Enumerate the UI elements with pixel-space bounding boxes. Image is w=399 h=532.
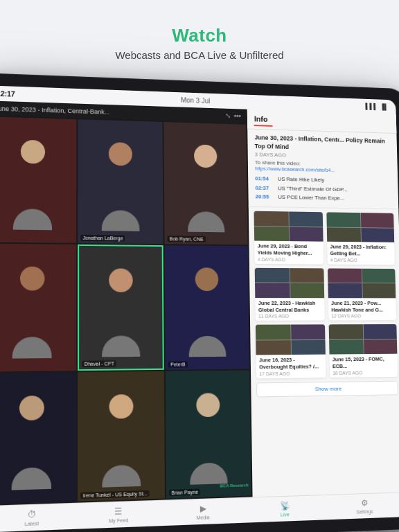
video-cell-9: Brian Payne BCA Research — [166, 371, 251, 499]
thumb-date-3: 11 DAYS AGO — [258, 314, 322, 319]
tab-media-label: Media — [196, 515, 209, 520]
thumb-cell — [256, 283, 290, 298]
thumb-info-2: June 29, 2023 - Inflation: Getting Bet..… — [327, 242, 395, 265]
thumb-title-6: June 15, 2023 - FOMC, ECB... — [332, 356, 396, 370]
latest-icon: ⏱ — [27, 509, 36, 520]
thumb-img-5 — [256, 325, 326, 355]
ts-label-2: US "Third" Estimate Of GDP... — [278, 185, 348, 193]
thumb-cell — [327, 227, 361, 242]
video-cell-4 — [0, 244, 76, 372]
thumb-img-4 — [328, 268, 396, 298]
ts-label-1: US Rate Hike Likely — [278, 176, 325, 184]
thumb-cell — [329, 325, 363, 339]
tablet-content: June 30, 2023 - Inflation, Central-Bank.… — [0, 100, 399, 506]
status-date: Mon 3 Jul — [181, 96, 210, 105]
video-cell-8: Irene Tunkel - US Equity St... — [78, 371, 165, 502]
video-cell-5: Dhaval - CPT — [78, 245, 164, 371]
video-cell-7 — [0, 372, 76, 504]
ts-row-3: 20:55 US PCE Lower Than Expe... — [256, 193, 392, 203]
thumb-img-1 — [254, 211, 323, 242]
thumb-title-1: June 29, 2023 - Bond Yields Moving Highe… — [258, 243, 321, 257]
thumb-cell — [256, 325, 290, 340]
header-section: Watch Webcasts and BCA Live & Unfiltered — [0, 0, 399, 73]
thumb-img-6 — [329, 324, 397, 355]
tab-media[interactable]: ▶ Media — [161, 502, 244, 522]
thumb-cell — [328, 268, 362, 283]
thumb-cell — [290, 283, 324, 298]
thumb-cell — [363, 324, 396, 339]
tab-myfeed-label: My Feed — [109, 517, 128, 523]
thumb-cell — [362, 283, 396, 298]
thumb-cell — [361, 228, 394, 242]
info-timestamps: 01:54 US Rate Hike Likely 02:37 US "Thir… — [255, 175, 392, 203]
thumb-cell — [289, 212, 323, 227]
tab-live[interactable]: 📡 Live — [244, 499, 325, 518]
thumb-cell — [291, 325, 326, 339]
thumb-title-2: June 29, 2023 - Inflation: Getting Bet..… — [330, 244, 392, 258]
tab-live-label: Live — [281, 512, 290, 517]
thumb-cell — [290, 227, 323, 242]
thumb-date-5: 17 DAYS AGO — [259, 371, 323, 376]
thumb-title-4: June 21, 2023 - Pow... Hawkish Tone and … — [331, 300, 393, 313]
video-cell-3: Bob Ryan, CNE — [164, 122, 248, 245]
cell-label-5: Dhaval - CPT — [82, 360, 116, 367]
cell-label-2: Jonathan LaBerge — [80, 235, 125, 242]
status-icons: ▌▌▌ ▐▌ — [365, 103, 388, 109]
cell-label-3: Bob Ryan, CNE — [168, 236, 206, 242]
tablet-shell: 12:17 Mon 3 Jul ▌▌▌ ▐▌ June 30, 2023 - I… — [0, 73, 399, 532]
thumb-card-2[interactable]: June 29, 2023 - Inflation: Getting Bet..… — [327, 213, 395, 265]
tab-latest-label: Latest — [25, 521, 39, 526]
myfeed-icon: ☰ — [114, 506, 122, 517]
ts-time-1[interactable]: 01:54 — [255, 175, 274, 181]
thumb-date-2: 4 DAYS AGO — [330, 258, 393, 263]
ts-time-3[interactable]: 20:55 — [256, 193, 274, 200]
thumb-cell — [329, 339, 363, 354]
thumb-img-2 — [327, 213, 395, 242]
status-time: 12:17 — [0, 89, 15, 98]
video-cell-6: PeterB — [165, 245, 250, 370]
thumb-img-3 — [255, 268, 324, 298]
more-icon[interactable]: ••• — [234, 112, 241, 120]
thumb-cell — [364, 339, 398, 354]
thumb-card-4[interactable]: June 21, 2023 - Pow... Hawkish Tone and … — [328, 268, 396, 321]
thumb-date-6: 18 DAYS AGO — [332, 370, 395, 375]
tab-myfeed[interactable]: ☰ My Feed — [76, 505, 161, 524]
info-episode-title: June 30, 2023 - Inflation, Centr... Poli… — [254, 134, 391, 154]
live-icon: 📡 — [280, 501, 290, 511]
video-grid: Jonathan LaBerge Bob Ryan, CNE — [0, 115, 253, 506]
thumb-info-5: June 16, 2023 - Overbought Equities? /..… — [256, 355, 326, 378]
fullscreen-icon[interactable]: ⤡ — [225, 112, 231, 120]
tablet-wrapper: 12:17 Mon 3 Jul ▌▌▌ ▐▌ June 30, 2023 - I… — [0, 73, 399, 532]
settings-icon: ⚙ — [361, 498, 369, 508]
thumb-title-5: June 16, 2023 - Overbought Equities? /..… — [259, 357, 323, 371]
thumb-cell — [327, 213, 361, 227]
thumb-cell — [362, 269, 395, 283]
ts-time-2[interactable]: 02:37 — [255, 184, 274, 190]
thumb-card-1[interactable]: June 29, 2023 - Bond Yields Moving Highe… — [254, 211, 323, 264]
thumb-cell — [328, 283, 362, 298]
thumb-info-3: June 22, 2023 - Hawkish Global Central B… — [256, 298, 325, 321]
thumb-card-6[interactable]: June 15, 2023 - FOMC, ECB... 18 DAYS AGO — [329, 324, 398, 378]
video-grid-panel: June 30, 2023 - Inflation, Central-Bank.… — [0, 100, 253, 506]
thumbnail-grid: June 29, 2023 - Bond Yields Moving Highe… — [249, 207, 399, 382]
watch-title: Watch — [0, 25, 399, 46]
video-title-text: June 30, 2023 - Inflation, Central-Bank.… — [0, 105, 109, 115]
thumb-title-3: June 22, 2023 - Hawkish Global Central B… — [258, 300, 322, 313]
thumb-cell — [290, 268, 324, 283]
thumb-card-3[interactable]: June 22, 2023 - Hawkish Global Central B… — [255, 268, 325, 321]
thumb-info-1: June 29, 2023 - Bond Yields Moving Highe… — [255, 241, 324, 265]
info-underline — [254, 125, 273, 127]
wifi-icon: ▌▌▌ — [365, 103, 378, 109]
thumb-date-4: 12 DAYS AGO — [331, 314, 393, 319]
ts-row-1: 01:54 US Rate Hike Likely — [255, 175, 391, 185]
ts-row-2: 02:37 US "Third" Estimate Of GDP... — [255, 184, 391, 194]
tab-settings[interactable]: ⚙ Settings — [325, 497, 399, 515]
thumb-cell — [256, 340, 291, 355]
thumb-cell — [254, 227, 289, 242]
thumb-card-5[interactable]: June 16, 2023 - Overbought Equities? /..… — [256, 325, 326, 379]
thumb-cell — [255, 268, 290, 283]
battery-icon: ▐▌ — [380, 103, 389, 110]
tab-latest[interactable]: ⏱ Latest — [0, 508, 76, 528]
show-more-button[interactable]: Show more — [257, 381, 398, 398]
thumb-info-4: June 21, 2023 - Pow... Hawkish Tone and … — [328, 298, 396, 321]
